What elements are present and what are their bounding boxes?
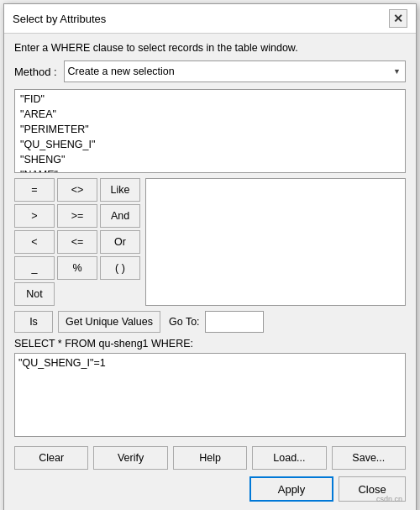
gte-btn[interactable]: >= xyxy=(57,204,97,228)
lt-btn[interactable]: < xyxy=(14,230,55,254)
operators-grid: = <> Like > >= And < <= Or _ % ( ) Not xyxy=(14,178,140,306)
or-btn[interactable]: Or xyxy=(100,230,140,254)
clear-button[interactable]: Clear xyxy=(14,446,88,470)
not-btn[interactable]: Not xyxy=(14,282,55,306)
goto-input[interactable] xyxy=(205,311,264,333)
field-item-fid[interactable]: "FID" xyxy=(15,92,405,107)
gt-btn[interactable]: > xyxy=(14,204,55,228)
bottom-ops: Is Get Unique Values Go To: xyxy=(14,311,406,333)
field-item-qu-sheng-i[interactable]: "QU_SHENG_I" xyxy=(15,137,405,152)
field-item-name[interactable]: "NAME" xyxy=(15,167,405,173)
method-select[interactable]: Create a new selectionAdd to current sel… xyxy=(64,60,406,82)
method-row: Method : Create a new selectionAdd to cu… xyxy=(14,60,406,82)
apply-button[interactable]: Apply xyxy=(249,476,333,502)
help-button[interactable]: Help xyxy=(173,446,247,470)
lte-btn[interactable]: <= xyxy=(57,230,97,254)
notequals-btn[interactable]: <> xyxy=(57,178,97,202)
percent-btn[interactable]: % xyxy=(57,256,97,280)
goto-label: Go To: xyxy=(169,316,200,328)
values-area xyxy=(145,178,406,306)
field-item-area[interactable]: "AREA" xyxy=(15,107,405,122)
window-close-button[interactable]: ✕ xyxy=(389,9,407,28)
field-item-sheng[interactable]: "SHENG" xyxy=(15,152,405,167)
dialog-window: Select by Attributes ✕ Enter a WHERE cla… xyxy=(3,3,417,510)
equals-btn[interactable]: = xyxy=(14,178,55,202)
save-button[interactable]: Save... xyxy=(332,446,406,470)
fields-list-inner: "FID" "AREA" "PERIMETER" "QU_SHENG_I" "S… xyxy=(15,90,405,173)
is-button[interactable]: Is xyxy=(14,311,53,333)
where-clause-label: SELECT * FROM qu-sheng1 WHERE: xyxy=(14,338,406,350)
operators-section: = <> Like > >= And < <= Or _ % ( ) Not xyxy=(14,178,406,306)
dialog-content: Enter a WHERE clause to select records i… xyxy=(4,34,416,510)
underscore-btn[interactable]: _ xyxy=(14,256,55,280)
method-label: Method : xyxy=(14,66,57,78)
load-button[interactable]: Load... xyxy=(252,446,326,470)
verify-button[interactable]: Verify xyxy=(93,446,167,470)
bottom-buttons: Apply Close xyxy=(14,476,406,505)
sql-textarea[interactable]: "QU_SHENG_I"=1 xyxy=(14,353,406,437)
and-btn[interactable]: And xyxy=(100,204,140,228)
method-select-wrapper: Create a new selectionAdd to current sel… xyxy=(64,60,406,82)
field-item-perimeter[interactable]: "PERIMETER" xyxy=(15,122,405,137)
action-buttons: Clear Verify Help Load... Save... xyxy=(14,446,406,470)
parens-btn[interactable]: ( ) xyxy=(100,256,140,280)
like-btn[interactable]: Like xyxy=(100,178,140,202)
description-text: Enter a WHERE clause to select records i… xyxy=(14,42,406,54)
watermark-text: csdn.cn xyxy=(376,495,402,503)
fields-list[interactable]: "FID" "AREA" "PERIMETER" "QU_SHENG_I" "S… xyxy=(14,89,406,173)
get-unique-values-button[interactable]: Get Unique Values xyxy=(58,311,160,333)
title-bar: Select by Attributes ✕ xyxy=(4,4,416,34)
dialog-footer: Apply Close csdn.cn xyxy=(14,476,406,505)
dialog-title: Select by Attributes xyxy=(13,13,106,25)
